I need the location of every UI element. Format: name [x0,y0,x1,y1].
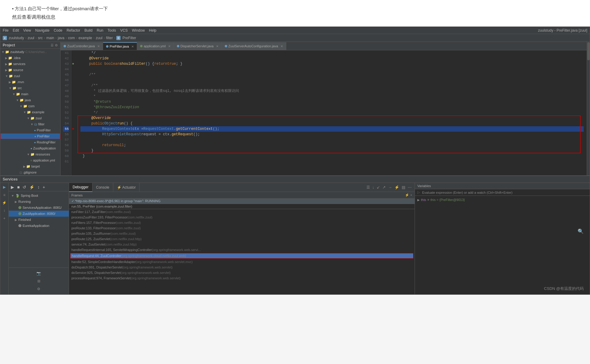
tree-zuul2[interactable]: ▼ 📁 zuul [0,115,60,121]
add-watch-btn[interactable]: + [410,193,412,197]
menu-tools[interactable]: Tools [108,28,116,33]
breadcrumb-example[interactable]: example [78,36,92,40]
tree-zuul[interactable]: ▼ 📁 zuul [0,73,60,79]
stack-frame-0[interactable]: runFilter:117, ZuulFilter (com.netflix.z… [69,209,415,215]
breadcrumb-com[interactable]: com [68,36,75,40]
stack-frame-7[interactable]: handleRequestInternal:165, ServletWrappi… [69,247,415,253]
stack-frame-6[interactable]: service:74, ZuulServlet (com.netflix.zuu… [69,242,415,247]
tree-filter[interactable]: ▼ 🗂 filter [0,121,60,127]
eureka-app[interactable]: EurekaApplication [9,223,69,229]
stack-frame-9[interactable]: handle:52, SimpleControllerHandlerAdapte… [69,259,415,265]
run-btn[interactable]: ▶ [10,184,15,190]
zoom-icon[interactable]: 🔍 [578,228,584,234]
running-group[interactable]: ▶ Running [9,199,69,205]
breadcrumb-src[interactable]: src [38,36,43,40]
tree-idea[interactable]: ▶ 📁 .idea [0,55,60,61]
tab-close[interactable]: ✕ [281,45,283,48]
tree-gitignore[interactable]: ◻ .gitignore [0,169,60,175]
tab-application[interactable]: application.yml ✕ [137,42,174,50]
tree-main[interactable]: ▼ 📁 main [0,91,60,97]
debug-add-icon[interactable]: + [2,215,8,221]
var-this-item[interactable]: ▶ this = this = {PreFilter@9013} [417,197,587,202]
menu-code[interactable]: Code [54,28,62,33]
camera-icon[interactable]: 📷 [36,270,42,276]
add-btn[interactable]: + [42,184,46,190]
tree-mvn[interactable]: ▶ 📁 .mvn [0,79,60,85]
breadcrumb-java[interactable]: java [58,36,64,40]
debug-config-icon[interactable]: ≡ [2,192,8,198]
stack-frame-4[interactable]: preRoute:105, ZuulRunner (com.netflix.zu… [69,231,415,236]
reload-btn[interactable]: ↺ [22,184,27,190]
menu-edit[interactable]: Edit [13,28,19,33]
menu-refactor[interactable]: Refactor [67,28,80,33]
grid-icon[interactable]: ⊞ [36,278,42,284]
spring-boot-group[interactable]: ▼ 🍃 Spring Boot [9,193,69,199]
zuul-app[interactable]: ZuulApplication :8080/ [9,211,69,217]
sidebar-expand-btn[interactable]: ⚙ [55,43,58,47]
menu-window[interactable]: Window [132,28,145,33]
step-out-btn[interactable]: ↗ [382,184,386,190]
tree-zuulapplication[interactable]: ● ZuulApplication [0,145,60,151]
tab-close[interactable]: ✕ [216,45,218,48]
tree-src[interactable]: ▼ 📁 src [0,85,60,91]
tree-services[interactable]: ▶ 📁 services [0,61,60,67]
menu-run[interactable]: Run [97,28,103,33]
debugger-tab[interactable]: Debugger [69,183,93,192]
tree-root[interactable]: ▼ 📁 zuulstudy C:\Users\zhao... [0,49,60,55]
menu-vcs[interactable]: VCS [120,28,128,33]
menu-build[interactable]: Build [84,28,93,33]
code-content[interactable]: */ @Override public boolean shouldFilter… [77,50,587,175]
breadcrumb-main[interactable]: main [46,36,54,40]
stack-frame-11[interactable]: doService:925, DispatcherServlet (org.sp… [69,270,415,275]
settings-btn[interactable]: ▤ [401,184,406,190]
tab-close[interactable]: ✕ [131,45,134,48]
breadcrumb-zuulstudy[interactable]: zuulstudy [9,36,24,40]
stack-frame-12[interactable]: processRequest:974, FrameworkServlet (or… [69,275,415,281]
menu-view[interactable]: View [23,28,31,33]
resume-btn[interactable]: ☰ [366,184,371,190]
tree-postfilter[interactable]: ● PostFilter [0,127,60,133]
breadcrumb-zuul[interactable]: zuul [28,36,34,40]
breadcrumb-filter[interactable]: filter [106,36,113,40]
stack-frame-1[interactable]: processZuulFilter:193, FilterProcessor (… [69,215,415,220]
tree-target[interactable]: ▶ 📁 target [0,163,60,169]
filter-btn[interactable]: ⚡ [28,184,35,190]
tree-routingfilter[interactable]: ● RoutingFilter [0,139,60,145]
vertical-scrollbar[interactable] [587,42,590,175]
tab-zuulcontroller[interactable]: ZuulController.java ✕ [61,42,103,50]
tab-dispatcherservlet[interactable]: DispatcherServlet.java ✕ [174,42,222,50]
stack-frame-8-highlighted[interactable]: handleRequest:44, ZuulController (org.sp… [70,253,413,259]
debug-filter-icon[interactable]: ⚡ [2,200,8,206]
tab-close[interactable]: ✕ [97,45,100,48]
tab-zuulserverauto[interactable]: ZuulServerAutoConfiguration.java ✕ [222,42,286,50]
finished-group[interactable]: ▶ Finished [9,217,69,223]
breadcrumb-zuul2[interactable]: zuul [96,36,102,40]
stack-frame-5[interactable]: preRoute:125, ZuulServlet (com.netflix.z… [69,236,415,242]
stop-btn[interactable]: ■ [16,184,20,190]
gear-icon[interactable]: ⚙ [36,286,42,292]
breadcrumb-prefilter[interactable]: PreFilter [122,36,136,40]
tree-source[interactable]: ▶ 📁 source [0,67,60,73]
step-over-btn[interactable]: ↓ [372,184,375,190]
more-btn[interactable]: ⋯ [407,184,412,190]
tab-close[interactable]: ✕ [168,45,171,48]
menu-navigate[interactable]: Navigate [35,28,49,33]
stack-frame-10[interactable]: doDispatch:991, DispatcherServlet (org.s… [69,265,415,270]
services-app[interactable]: ServicesApplication :8081/ [9,205,69,211]
menu-file[interactable]: File [3,28,8,33]
tab-prefilter[interactable]: PreFilter.java ✕ [103,42,137,50]
tree-example[interactable]: ▼ 📁 example [0,109,60,115]
menu-help[interactable]: Help [149,28,156,33]
expand-all-btn[interactable]: ↕ [36,184,40,190]
actuator-tab[interactable]: ⚡Actuator [113,183,140,192]
tree-com[interactable]: ▼ 📁 com [0,103,60,109]
stack-frame-2[interactable]: runFilters:157, FilterProcessor (com.net… [69,220,415,225]
debug-expand-icon[interactable]: ↕ [2,208,8,214]
tree-prefilter[interactable]: ● PreFilter [0,133,60,139]
stack-frame-3[interactable]: preRoute:133, FilterProcessor (com.netfl… [69,225,415,231]
console-tab[interactable]: Console [93,183,113,192]
step-into-btn[interactable]: ↙ [376,184,381,190]
debug-run-icon[interactable]: ▶ [2,184,8,190]
filter-frames-btn[interactable]: ⚡ [405,193,409,197]
scroll-thumb[interactable] [587,42,590,60]
